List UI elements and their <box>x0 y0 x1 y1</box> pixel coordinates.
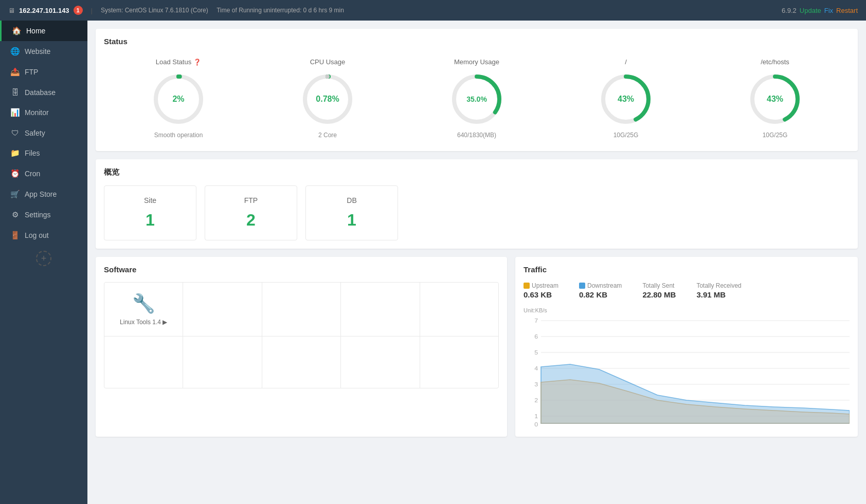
svg-text:0: 0 <box>534 421 538 427</box>
sidebar-label-files: Files <box>25 149 40 157</box>
software-cell-8 <box>262 337 340 388</box>
sidebar-label-safety: Safety <box>25 129 45 137</box>
appstore-icon: 🛒 <box>10 190 20 199</box>
totally-received-label: Totally Received <box>696 282 741 289</box>
software-cell-6 <box>104 337 183 388</box>
downstream-label: Downstream <box>579 282 622 289</box>
question-icon[interactable]: ❓ <box>193 59 201 66</box>
upstream-label: Upstream <box>524 282 558 289</box>
overview-db[interactable]: DB 1 <box>305 185 398 240</box>
upstream-value: 0.63 KB <box>524 290 558 299</box>
gauge-load-value: 2% <box>172 95 184 104</box>
gauge-hosts: /etc/hosts 43% 10G/25G <box>700 54 850 143</box>
sidebar-label-settings: Settings <box>25 211 51 219</box>
sidebar-add-button[interactable]: + <box>36 251 51 266</box>
home-icon: 🏠 <box>12 26 21 35</box>
software-cell-7 <box>183 337 261 388</box>
sidebar-label-appstore: App Store <box>25 190 57 198</box>
sidebar-label-cron: Cron <box>25 170 40 178</box>
gauge-cpu: CPU Usage 0.78% 2 Core <box>253 54 402 143</box>
chart-unit-label: Unit:KB/s <box>524 307 850 313</box>
database-icon: 🗄 <box>10 88 20 97</box>
gauge-load-wrapper: 2% <box>150 71 207 127</box>
sidebar-item-home[interactable]: 🏠 Home <box>0 21 87 41</box>
sidebar-label-ftp: FTP <box>25 68 38 76</box>
gauge-root-label: / <box>625 58 627 66</box>
totally-sent-value: 22.80 MB <box>642 290 676 299</box>
restart-button[interactable]: Restart <box>836 7 858 14</box>
gauge-root-wrapper: 43% <box>598 71 654 127</box>
svg-text:3: 3 <box>534 381 538 387</box>
version-label: 6.9.2 <box>782 7 797 14</box>
settings-icon: ⚙ <box>10 210 20 219</box>
sidebar-item-safety[interactable]: 🛡 Safety <box>0 123 87 143</box>
upstream-legend: Upstream 0.63 KB <box>524 282 558 299</box>
gauge-hosts-wrapper: 43% <box>747 71 803 127</box>
sidebar-item-settings[interactable]: ⚙ Settings <box>0 204 87 225</box>
gauge-cpu-wrapper: 0.78% <box>299 71 356 127</box>
sidebar-label-database: Database <box>25 88 56 97</box>
overview-ftp[interactable]: FTP 2 <box>205 185 297 240</box>
update-button[interactable]: Update <box>800 7 821 14</box>
software-title: Software <box>104 265 499 274</box>
gauge-load-label: Load Status ❓ <box>156 58 201 66</box>
sidebar-item-website[interactable]: 🌐 Website <box>0 41 87 62</box>
traffic-chart: 7 6 5 4 3 2 1 0 <box>524 315 850 428</box>
ftp-icon: 📤 <box>10 67 20 77</box>
gauge-load-sublabel: Smooth operation <box>154 132 203 139</box>
files-icon: 📁 <box>10 148 20 158</box>
traffic-legend: Upstream 0.63 KB Downstream 0.82 KB Tota… <box>524 282 850 299</box>
sidebar: 🏠 Home 🌐 Website 📤 FTP 🗄 Database 📊 Moni… <box>0 21 87 504</box>
svg-text:4: 4 <box>534 365 538 371</box>
status-card: Status Load Status ❓ <box>96 29 858 151</box>
sidebar-item-ftp[interactable]: 📤 FTP <box>0 62 87 82</box>
software-cell-5 <box>420 283 498 336</box>
gauge-hosts-label: /etc/hosts <box>761 58 789 66</box>
software-grid: 🔧 Linux Tools 1.4 ▶ <box>104 282 499 388</box>
svg-text:1: 1 <box>534 413 538 419</box>
overview-site-value: 1 <box>115 211 186 230</box>
monitor-icon: 🖥 <box>8 7 15 14</box>
software-card: Software 🔧 Linux Tools 1.4 ▶ <box>96 257 507 437</box>
sidebar-item-database[interactable]: 🗄 Database <box>0 82 87 102</box>
overview-site[interactable]: Site 1 <box>104 185 196 240</box>
sidebar-label-logout: Log out <box>25 231 49 239</box>
gauge-memory: Memory Usage 35.0% 640/1830(MB) <box>402 54 551 143</box>
sidebar-label-website: Website <box>25 47 50 55</box>
gauge-memory-value: 35.0% <box>466 95 487 103</box>
overview-cards-row: Site 1 FTP 2 DB 1 <box>104 185 850 240</box>
totally-received-value: 3.91 MB <box>696 290 741 299</box>
sidebar-item-logout[interactable]: 🚪 Log out <box>0 225 87 246</box>
svg-point-5 <box>326 74 330 79</box>
software-cell-3 <box>262 283 340 336</box>
software-item-linux-tools[interactable]: 🔧 Linux Tools 1.4 ▶ <box>104 283 183 336</box>
logout-icon: 🚪 <box>10 231 20 240</box>
sidebar-item-files[interactable]: 📁 Files <box>0 143 87 163</box>
overview-card: 概览 Site 1 FTP 2 DB 1 <box>96 159 858 249</box>
overview-db-label: DB <box>316 196 387 204</box>
traffic-chart-svg: 7 6 5 4 3 2 1 0 <box>524 315 850 428</box>
gauge-hosts-sublabel: 10G/25G <box>763 132 788 139</box>
gauge-memory-sublabel: 640/1830(MB) <box>457 132 496 139</box>
sidebar-item-appstore[interactable]: 🛒 App Store <box>0 184 87 204</box>
downstream-legend: Downstream 0.82 KB <box>579 282 622 299</box>
gauge-memory-wrapper: 35.0% <box>448 71 505 127</box>
sidebar-item-cron[interactable]: ⏰ Cron <box>0 163 87 184</box>
software-cell-10 <box>420 337 498 388</box>
main-content: Status Load Status ❓ <box>87 21 866 504</box>
linux-tools-icon: 🔧 <box>132 293 155 314</box>
safety-icon: 🛡 <box>10 128 20 137</box>
gauge-hosts-value: 43% <box>767 95 783 104</box>
system-label: System: CentOS Linux 7.6.1810 (Core) Tim… <box>101 7 344 14</box>
sidebar-item-monitor[interactable]: 📊 Monitor <box>0 102 87 123</box>
svg-text:5: 5 <box>534 349 538 356</box>
fix-button[interactable]: Fix <box>824 7 833 14</box>
gauge-root-sublabel: 10G/25G <box>614 132 639 139</box>
gauge-cpu-label: CPU Usage <box>310 58 346 66</box>
sidebar-label-home: Home <box>26 27 45 35</box>
overview-site-label: Site <box>115 196 186 204</box>
svg-text:2: 2 <box>534 397 538 403</box>
downstream-dot <box>579 283 585 289</box>
layout: 🏠 Home 🌐 Website 📤 FTP 🗄 Database 📊 Moni… <box>0 21 866 504</box>
topbar: 🖥 162.247.101.143 1 | System: CentOS Lin… <box>0 0 866 21</box>
